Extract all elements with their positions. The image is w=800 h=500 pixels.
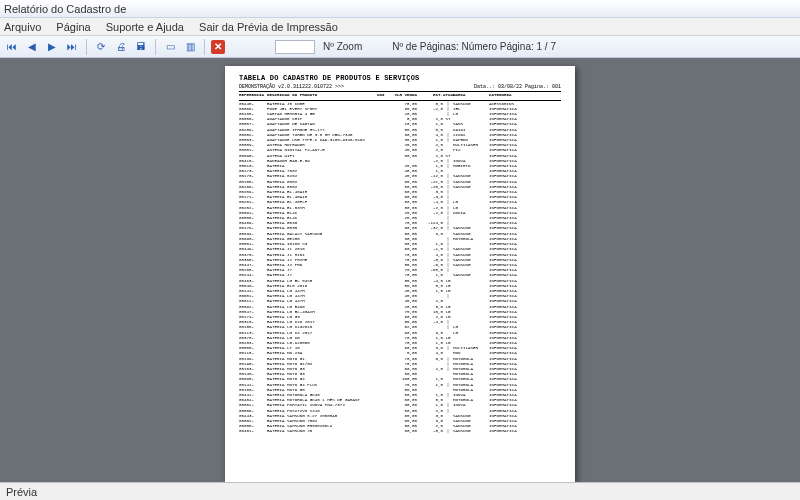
report-subtitle-right: Data..: 03/08/22 Pagina.: 001 <box>474 85 561 90</box>
toolbar-separator <box>155 39 156 55</box>
next-page-icon[interactable]: ▶ <box>44 39 60 55</box>
prev-page-icon[interactable]: ◀ <box>24 39 40 55</box>
col-cat: CATEGORIA <box>489 93 533 98</box>
report-subtitle-left: DEMONSTRAÇÃO v2.0.311222.010722 >>> <box>239 85 344 90</box>
col-vlr: VLR VENDA <box>391 93 417 98</box>
page-setup-icon[interactable]: ▭ <box>162 39 178 55</box>
menubar: Arquivo Página Suporte e Ajuda Sair da P… <box>0 18 800 36</box>
zoom-label: Nº Zoom <box>323 41 362 52</box>
save-icon[interactable]: 🖬 <box>133 39 149 55</box>
last-page-icon[interactable]: ⏭ <box>64 39 80 55</box>
col-ref: REFERENCIA <box>239 93 267 98</box>
menu-arquivo[interactable]: Arquivo <box>4 21 41 33</box>
menu-pagina[interactable]: Página <box>56 21 90 33</box>
table-row: 00481-BATERIA SAMSUNG J560,00-8,0|SANSUN… <box>239 429 561 434</box>
col-atual: ATUAL <box>443 93 453 98</box>
col-uni: UNI <box>377 93 391 98</box>
report-body: 00448-BATERIA J5 CORE78,008,0|SANSUNGACE… <box>239 102 561 435</box>
toolbar-separator <box>86 39 87 55</box>
zoom-input[interactable] <box>275 40 315 54</box>
statusbar: Prévia <box>0 482 800 500</box>
col-desc: DESCRICAO DO PRODUTO <box>267 93 377 98</box>
page-indicator: Nº de Páginas: Número Página: 1 / 7 <box>392 41 556 52</box>
col-marca: MARCA <box>453 93 489 98</box>
close-preview-icon[interactable]: ✕ <box>211 40 225 54</box>
report-title: TABELA DO CADASTRO DE PRODUTOS E SERVIÇO… <box>239 76 561 81</box>
print-icon[interactable]: 🖨 <box>113 39 129 55</box>
report-header-row: REFERENCIA DESCRICAO DO PRODUTO UNI VLR … <box>239 93 561 100</box>
export-icon[interactable]: ▥ <box>182 39 198 55</box>
col-est: EST. <box>417 93 443 98</box>
refresh-icon[interactable]: ⟳ <box>93 39 109 55</box>
preview-workspace: TABELA DO CADASTRO DE PRODUTOS E SERVIÇO… <box>0 58 800 482</box>
menu-sair[interactable]: Sair da Prévia de Impressão <box>199 21 338 33</box>
menu-suporte[interactable]: Suporte e Ajuda <box>106 21 184 33</box>
toolbar-separator <box>204 39 205 55</box>
window-title: Relatório do Cadastro de <box>4 3 126 15</box>
report-page: TABELA DO CADASTRO DE PRODUTOS E SERVIÇO… <box>225 66 575 482</box>
toolbar: ⏮ ◀ ▶ ⏭ ⟳ 🖨 🖬 ▭ ▥ ✕ Nº Zoom Nº de Página… <box>0 36 800 58</box>
window-titlebar: Relatório do Cadastro de <box>0 0 800 18</box>
first-page-icon[interactable]: ⏮ <box>4 39 20 55</box>
status-text: Prévia <box>6 486 37 498</box>
